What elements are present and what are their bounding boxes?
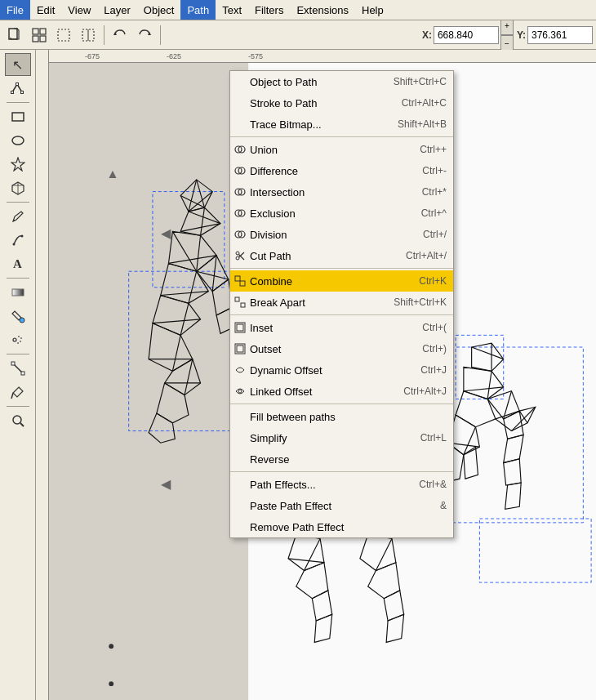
- svg-text:◀: ◀: [161, 477, 171, 491]
- menu-object[interactable]: Object: [137, 0, 181, 20]
- menu-item-difference[interactable]: Difference Ctrl+-: [230, 160, 453, 181]
- menu-item-division[interactable]: Division Ctrl+/: [230, 224, 453, 245]
- svg-rect-4: [40, 36, 46, 42]
- tool-spray[interactable]: [5, 328, 31, 351]
- tool-select[interactable]: ↖: [5, 53, 31, 76]
- menu-item-outset[interactable]: Outset Ctrl+): [230, 338, 453, 359]
- menu-view[interactable]: View: [61, 0, 97, 20]
- menu-item-label: Inset: [250, 322, 406, 334]
- menu-item-object-to-path[interactable]: Object to Path Shift+Ctrl+C: [230, 71, 453, 92]
- svg-point-21: [20, 235, 23, 238]
- tool-pencil[interactable]: [5, 205, 31, 228]
- menu-item-stroke-to-path[interactable]: Stroke to Path Ctrl+Alt+C: [230, 92, 453, 114]
- menu-item-label: Simplify: [250, 432, 404, 444]
- menu-item-fill-between[interactable]: Fill between paths: [230, 406, 453, 427]
- tool-sep-2: [7, 202, 29, 203]
- menu-item-union[interactable]: Union Ctrl++: [230, 139, 453, 160]
- svg-rect-130: [240, 281, 245, 286]
- menu-text[interactable]: Text: [216, 0, 248, 20]
- menu-item-dynamic-offset[interactable]: Dynamic Offset Ctrl+J: [230, 359, 453, 381]
- menu-item-trace-bitmap[interactable]: Trace Bitmap... Shift+Alt+B: [230, 114, 453, 135]
- tool-rect[interactable]: [5, 105, 31, 128]
- canvas-area[interactable]: -675 -625 -575: [36, 50, 596, 700]
- tool-3dbox[interactable]: [5, 176, 31, 199]
- toolbar-undo[interactable]: [109, 24, 131, 47]
- main-area: ↖ A: [0, 50, 596, 700]
- menu-item-intersection[interactable]: Intersection Ctrl+*: [230, 181, 453, 203]
- toolbar-grid[interactable]: [28, 24, 51, 47]
- svg-point-118: [238, 167, 245, 174]
- tool-sep-4: [7, 354, 29, 354]
- union-icon: [234, 143, 247, 156]
- menu-extensions[interactable]: Extensions: [290, 0, 355, 20]
- svg-point-120: [238, 189, 245, 195]
- menu-item-break-apart[interactable]: Break Apart Shift+Ctrl+K: [230, 292, 453, 313]
- tool-gradient[interactable]: [5, 281, 31, 304]
- tool-pen[interactable]: [5, 229, 31, 252]
- menu-item-exclusion[interactable]: Exclusion Ctrl+^: [230, 203, 453, 224]
- toolbar-sep-1: [104, 25, 105, 45]
- menu-item-label: Trace Bitmap...: [250, 118, 381, 131]
- menu-item-shortcut: Ctrl+K: [419, 275, 447, 287]
- svg-rect-136: [235, 344, 245, 354]
- svg-point-20: [12, 243, 15, 246]
- tool-dropper[interactable]: [5, 381, 31, 404]
- menu-item-label: Difference: [250, 165, 406, 177]
- svg-rect-1: [33, 29, 38, 34]
- menu-item-shortcut: Ctrl+L: [420, 432, 447, 444]
- toolbar-select-touch[interactable]: [77, 24, 100, 47]
- menu-item-simplify[interactable]: Simplify Ctrl+L: [230, 427, 453, 448]
- menu-item-remove-path-effect[interactable]: Remove Path Effect: [230, 516, 453, 537]
- svg-rect-11: [11, 91, 13, 94]
- menu-sep-5: [230, 471, 453, 472]
- menu-item-inset[interactable]: Inset Ctrl+(: [230, 317, 453, 338]
- toolbar-select-box[interactable]: [52, 24, 75, 47]
- tool-star[interactable]: [5, 153, 31, 176]
- menu-item-shortcut: Ctrl+(: [422, 322, 447, 333]
- tool-text[interactable]: A: [5, 252, 31, 275]
- menu-item-path-effects[interactable]: Path Effects... Ctrl+&: [230, 474, 453, 495]
- tool-bucket[interactable]: [5, 305, 31, 328]
- menu-item-shortcut: Ctrl+J: [420, 364, 447, 376]
- menu-item-linked-offset[interactable]: Linked Offset Ctrl+Alt+J: [230, 381, 453, 402]
- svg-point-113: [109, 644, 113, 649]
- ruler-horizontal: -675 -625 -575: [36, 50, 596, 63]
- menu-layer[interactable]: Layer: [97, 0, 137, 20]
- menu-path[interactable]: Path: [180, 0, 216, 20]
- tool-node[interactable]: [5, 77, 31, 100]
- division-icon: [234, 228, 247, 241]
- svg-rect-5: [58, 29, 69, 41]
- menu-item-label: Union: [250, 144, 403, 156]
- menu-item-shortcut: Ctrl+&: [419, 479, 447, 490]
- menu-item-combine[interactable]: Combine Ctrl+K: [230, 270, 453, 292]
- tool-ellipse[interactable]: [5, 129, 31, 152]
- x-coord-box: X: + −: [422, 17, 514, 53]
- menu-help[interactable]: Help: [355, 0, 390, 20]
- svg-point-137: [238, 390, 242, 393]
- svg-rect-131: [235, 297, 239, 301]
- tool-zoom[interactable]: [5, 409, 31, 432]
- svg-rect-129: [235, 276, 240, 281]
- menu-item-reverse[interactable]: Reverse: [230, 448, 453, 470]
- menu-item-label: Reverse: [250, 453, 430, 466]
- menu-item-shortcut: Ctrl+Alt+/: [406, 250, 447, 261]
- menu-item-label: Break Apart: [250, 296, 377, 309]
- toolbar-redo[interactable]: [133, 24, 156, 47]
- menu-item-shortcut: Shift+Alt+B: [398, 118, 447, 130]
- difference-icon: [234, 164, 247, 177]
- svg-point-116: [238, 146, 245, 153]
- menu-edit[interactable]: Edit: [30, 0, 61, 20]
- coord-area: X: + − Y:: [422, 17, 593, 53]
- tool-connector[interactable]: [5, 357, 31, 380]
- menu-item-cut-path[interactable]: Cut Path Ctrl+Alt+/: [230, 245, 453, 266]
- svg-point-27: [20, 341, 21, 342]
- menu-filters[interactable]: Filters: [248, 0, 290, 20]
- svg-point-23: [20, 318, 24, 323]
- svg-point-114: [109, 681, 113, 686]
- y-input[interactable]: [527, 26, 593, 44]
- x-input[interactable]: [434, 26, 499, 44]
- svg-rect-132: [241, 303, 245, 307]
- menu-item-paste-path-effect[interactable]: Paste Path Effect &: [230, 495, 453, 516]
- menu-file[interactable]: File: [0, 0, 30, 20]
- toolbar-new[interactable]: [3, 24, 26, 47]
